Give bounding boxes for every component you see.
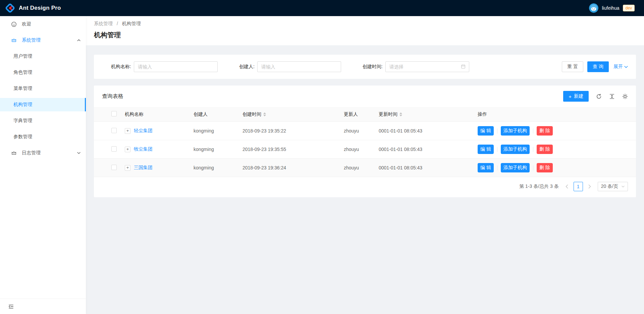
expand-row-icon[interactable]: + <box>125 165 130 171</box>
reload-icon[interactable] <box>596 94 602 99</box>
expand-row-icon[interactable]: + <box>125 128 130 134</box>
sidebar: 欢迎 系统管理 用户管理 角色管理 <box>0 16 86 314</box>
column-header-updater: 更新人 <box>338 107 373 122</box>
field-label: 创建时间: <box>363 64 383 70</box>
sidebar-item-label: 字典管理 <box>13 118 32 124</box>
sidebar-submenu-label: 系统管理 <box>22 37 41 43</box>
page-size-value: 20 条/页 <box>601 184 618 190</box>
form-item-org-name: 机构名称: <box>111 61 218 72</box>
create-time-picker[interactable] <box>385 61 469 72</box>
add-child-org-button[interactable]: 添加子机构 <box>501 145 530 154</box>
main-content: 系统管理 / 机构管理 机构管理 机构名称: 创建人: 创建时间: <box>86 16 644 314</box>
reset-button[interactable]: 重 置 <box>562 61 583 72</box>
sidebar-item-label: 用户管理 <box>13 53 32 59</box>
sidebar-item-label: 角色管理 <box>13 69 32 75</box>
sidebar-item-org-mgmt[interactable]: 机构管理 <box>0 98 86 111</box>
org-name-input[interactable] <box>134 61 218 72</box>
row-checkbox[interactable] <box>111 165 117 170</box>
search-form-card: 机构名称: 创建人: 创建时间: <box>94 55 636 79</box>
new-button-label: 新建 <box>574 93 583 99</box>
chevron-up-icon <box>77 39 80 41</box>
settings-icon[interactable] <box>622 94 628 99</box>
table-toolbar: 查询表格 + 新建 <box>94 86 636 107</box>
select-all-checkbox[interactable] <box>111 111 117 116</box>
sidebar-item-label: 机构管理 <box>13 102 32 108</box>
env-tag: dev <box>623 5 635 11</box>
expand-row-icon[interactable]: + <box>125 147 130 152</box>
sidebar-submenu-label: 日志管理 <box>22 150 41 156</box>
add-child-org-button[interactable]: 添加子机构 <box>501 126 530 136</box>
user-menu[interactable]: liufeihua dev <box>589 3 635 13</box>
sidebar-item-welcome[interactable]: 欢迎 <box>0 17 86 31</box>
avatar <box>589 3 598 13</box>
sidebar-item-label: 欢迎 <box>22 21 31 27</box>
search-button[interactable]: 查 询 <box>587 61 609 72</box>
next-page-button[interactable] <box>585 182 594 191</box>
sort-icon <box>399 112 402 116</box>
logo[interactable]: Ant Design Pro <box>5 3 61 13</box>
divider <box>533 128 533 134</box>
created-cell: 2018-09-23 19:35:22 <box>237 122 338 140</box>
column-header-name: 机构名称 <box>119 107 188 122</box>
breadcrumb: 系统管理 / 机构管理 <box>94 21 636 27</box>
row-checkbox[interactable] <box>111 146 117 152</box>
column-header-updated[interactable]: 更新时间 <box>373 107 472 122</box>
pagination-total: 第 1-3 条/总共 3 条 <box>519 184 558 190</box>
updater-cell: zhouyu <box>338 122 373 140</box>
username: liufeihua <box>602 5 619 11</box>
row-checkbox[interactable] <box>111 128 117 133</box>
table-row: + 轻尘集团 kongming 2018-09-23 19:35:22 zhou… <box>94 122 636 140</box>
column-height-icon[interactable] <box>609 94 615 99</box>
sidebar-collapse-trigger[interactable] <box>0 299 86 314</box>
form-item-creator: 创建人: <box>239 61 341 72</box>
edit-button[interactable]: 编 辑 <box>478 126 494 136</box>
new-button[interactable]: + 新建 <box>563 91 589 102</box>
search-actions: 重 置 查 询 展开 <box>562 61 628 72</box>
sidebar-item-user-mgmt[interactable]: 用户管理 <box>0 50 86 63</box>
creator-cell: kongming <box>188 122 237 140</box>
sidebar-item-label: 菜单管理 <box>13 86 32 92</box>
add-child-org-button[interactable]: 添加子机构 <box>501 163 530 172</box>
divider <box>497 165 497 170</box>
page-title: 机构管理 <box>94 30 636 40</box>
sidebar-item-menu-mgmt[interactable]: 菜单管理 <box>0 82 86 95</box>
edit-button[interactable]: 编 辑 <box>478 163 494 172</box>
column-header-label: 创建时间 <box>243 111 261 117</box>
breadcrumb-current: 机构管理 <box>122 21 141 26</box>
page-size-select[interactable]: 20 条/页 <box>598 182 628 191</box>
divider <box>497 147 497 152</box>
org-name-link[interactable]: 轻尘集团 <box>134 128 153 134</box>
ant-design-logo-icon <box>5 3 15 13</box>
table-row: + 三国集团 kongming 2018-09-23 19:36:24 zhou… <box>94 159 636 177</box>
created-cell: 2018-09-23 19:35:55 <box>237 140 338 159</box>
creator-input[interactable] <box>257 61 341 72</box>
org-name-link[interactable]: 三国集团 <box>134 165 153 171</box>
column-header-actions: 操作 <box>472 107 636 122</box>
sidebar-submenu-logs[interactable]: 日志管理 <box>0 146 86 160</box>
expand-toggle[interactable]: 展开 <box>613 64 628 70</box>
edit-button[interactable]: 编 辑 <box>478 145 494 154</box>
page-number-1[interactable]: 1 <box>574 182 583 191</box>
crown-icon <box>11 150 17 156</box>
sidebar-submenu-system[interactable]: 系统管理 <box>0 34 86 47</box>
updater-cell: zhouyu <box>338 159 373 177</box>
org-name-link[interactable]: 牧尘集团 <box>134 146 153 152</box>
delete-button[interactable]: 删 除 <box>537 145 553 154</box>
chevron-down-icon <box>624 66 628 68</box>
divider <box>533 165 533 170</box>
sidebar-item-role-mgmt[interactable]: 角色管理 <box>0 66 86 79</box>
creator-cell: kongming <box>188 159 237 177</box>
delete-button[interactable]: 删 除 <box>537 163 553 172</box>
column-header-created[interactable]: 创建时间 <box>237 107 338 122</box>
breadcrumb-parent[interactable]: 系统管理 <box>94 21 113 26</box>
prev-page-button[interactable] <box>562 182 572 191</box>
sidebar-item-param-mgmt[interactable]: 参数管理 <box>0 130 86 144</box>
field-label: 机构名称: <box>111 64 131 70</box>
main-menu: 欢迎 系统管理 用户管理 角色管理 <box>0 16 86 160</box>
smile-icon <box>11 21 17 27</box>
divider <box>497 128 497 134</box>
delete-button[interactable]: 删 除 <box>537 126 553 136</box>
sidebar-item-dict-mgmt[interactable]: 字典管理 <box>0 114 86 127</box>
top-header: Ant Design Pro liufeihua dev <box>0 0 644 16</box>
table-card: 查询表格 + 新建 <box>94 86 636 197</box>
